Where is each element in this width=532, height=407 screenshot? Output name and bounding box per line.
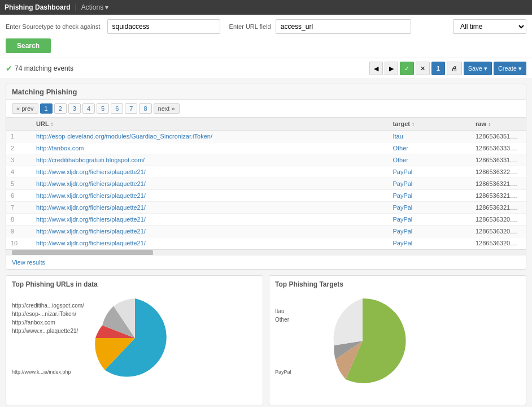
row-num: 2 xyxy=(6,142,32,154)
row-raw: 1286536321.103 3806 192.168.0.68 TCP_MIS… xyxy=(471,202,526,214)
row-url[interactable]: http://www.xljdr.org/fichiers/plaquette2… xyxy=(32,166,388,178)
row-target[interactable]: PayPal xyxy=(388,214,471,226)
page-8-btn[interactable]: 8 xyxy=(139,103,151,114)
row-num: 3 xyxy=(6,154,32,166)
chart2-title: Top Phishing Targets xyxy=(275,280,520,288)
legend-item-4: http://www.x...plaquette21/ xyxy=(12,327,84,335)
table-row: 3 http://creditihabbogratuiti.blogspot.c… xyxy=(6,154,526,166)
row-target[interactable]: PayPal xyxy=(388,202,471,214)
matching-count-area: ✔ 74 matching events xyxy=(6,64,73,73)
prev-button[interactable]: ◀ xyxy=(369,62,383,75)
page-num-button[interactable]: 1 xyxy=(431,62,445,75)
col-raw[interactable]: raw ↕ xyxy=(471,118,526,131)
toolbar-right: ◀ ▶ ✓ ✕ 1 🖨 Save ▾ Create ▾ xyxy=(369,62,526,75)
table-row: 1 http://esop-cleveland.org/modules/Guar… xyxy=(6,131,526,142)
search-button[interactable]: Search xyxy=(6,38,51,53)
row-url[interactable]: http://www.xljdr.org/fichiers/plaquette2… xyxy=(32,237,388,249)
page-3-btn[interactable]: 3 xyxy=(68,103,81,114)
page-7-btn[interactable]: 7 xyxy=(125,103,137,114)
row-num: 4 xyxy=(6,166,32,178)
view-results-link[interactable]: View results xyxy=(6,255,526,269)
row-url[interactable]: http://esop-cleveland.org/modules/Guardi… xyxy=(32,131,388,142)
check-icon: ✔ xyxy=(6,64,12,73)
app-title: Phishing Dashboard xyxy=(5,3,71,11)
row-num: 1 xyxy=(6,131,32,142)
row-url[interactable]: http://www.xljdr.org/fichiers/plaquette2… xyxy=(32,214,388,226)
row-target[interactable]: PayPal xyxy=(388,237,471,249)
chart1-title: Top Phishing URLs in data xyxy=(12,280,257,288)
chart1-bottom-label: http://www.k...ia/index.php xyxy=(12,369,84,375)
next-button[interactable]: ▶ xyxy=(385,62,398,75)
row-url[interactable]: http://www.xljdr.org/fichiers/plaquette2… xyxy=(32,202,388,214)
cancel-button[interactable]: ✕ xyxy=(416,62,430,75)
row-target[interactable]: PayPal xyxy=(388,226,471,237)
col-target[interactable]: target ↕ xyxy=(388,118,471,131)
print-button[interactable]: 🖨 xyxy=(447,62,462,75)
sourcetype-label: Enter Sourcetype to check against xyxy=(6,23,101,30)
page-5-btn[interactable]: 5 xyxy=(97,103,109,114)
row-url[interactable]: http://www.xljdr.org/fichiers/plaquette2… xyxy=(32,190,388,202)
chart2-panel: Top Phishing Targets Itau Other PayPal xyxy=(269,275,526,405)
chart2-legend: Itau Other PayPal xyxy=(275,307,309,375)
page-4-btn[interactable]: 4 xyxy=(82,103,95,114)
chart2-slice-4 xyxy=(334,298,363,345)
save-button[interactable]: Save ▾ xyxy=(464,62,492,75)
chart1-svg xyxy=(90,293,180,383)
time-range-select[interactable]: All time Last 15 minutes Last 60 minutes… xyxy=(453,19,526,34)
col-num xyxy=(6,118,32,131)
search-bar: Enter Sourcetype to check against Enter … xyxy=(0,15,532,58)
row-raw: 1286536331.040 5 192.168.0.227 TCP_MISS/… xyxy=(471,154,526,166)
row-url[interactable]: http://fanbox.com xyxy=(32,142,388,154)
table-row: 8 http://www.xljdr.org/fichiers/plaquett… xyxy=(6,214,526,226)
row-raw: 1286536322.767 3878 192.168.0.68 TCP_MIS… xyxy=(471,166,526,178)
page-2-btn[interactable]: 2 xyxy=(54,103,67,114)
row-num: 9 xyxy=(6,226,32,237)
header-divider: | xyxy=(75,3,77,11)
scrollbar-thumb[interactable] xyxy=(12,250,153,255)
url-label: Enter URL field xyxy=(229,23,271,30)
horizontal-scrollbar[interactable] xyxy=(6,249,526,255)
chart1-panel: Top Phishing URLs in data http://crediti… xyxy=(6,275,263,405)
legend-target-1: Itau xyxy=(275,307,309,315)
next-page-btn[interactable]: next » xyxy=(154,103,180,114)
table-row: 2 http://fanbox.com Other 1286536333.436… xyxy=(6,142,526,154)
row-target[interactable]: Other xyxy=(388,154,471,166)
bottom-panels: Top Phishing URLs in data http://crediti… xyxy=(6,275,526,405)
legend-item-1: http://creditiha...iogspot.com/ xyxy=(12,301,84,310)
table-row: 5 http://www.xljdr.org/fichiers/plaquett… xyxy=(6,178,526,190)
chart2-legend-list: Itau Other xyxy=(275,307,309,324)
table-row: 10 http://www.xljdr.org/fichiers/plaquet… xyxy=(6,237,526,249)
panel-title: Matching Phishing xyxy=(6,84,526,100)
page-6-btn[interactable]: 6 xyxy=(111,103,123,114)
row-raw: 1286536320.822 733 192.168.0.68 TCP_MISS… xyxy=(471,214,526,226)
row-target[interactable]: PayPal xyxy=(388,178,471,190)
prev-page-btn[interactable]: « prev xyxy=(12,103,38,114)
table-row: 9 http://www.xljdr.org/fichiers/plaquett… xyxy=(6,226,526,237)
row-num: 7 xyxy=(6,202,32,214)
create-button[interactable]: Create ▾ xyxy=(494,62,526,75)
row-url[interactable]: http://www.xljdr.org/fichiers/plaquette2… xyxy=(32,226,388,237)
table-scroll-area[interactable]: URL ↕ target ↕ raw ↕ 1 http://esop-cleve… xyxy=(6,117,526,249)
row-raw: 1286536321.383 3850 192.168.0.68 TCP_MIS… xyxy=(471,190,526,202)
row-target[interactable]: Itau xyxy=(388,131,471,142)
row-target[interactable]: PayPal xyxy=(388,166,471,178)
pagination: « prev 1 2 3 4 5 6 7 8 next » xyxy=(6,100,526,117)
url-input[interactable] xyxy=(276,19,411,34)
row-num: 5 xyxy=(6,178,32,190)
chart1-container: http://creditiha...iogspot.com/ http://e… xyxy=(12,293,257,383)
row-target[interactable]: Other xyxy=(388,142,471,154)
actions-button[interactable]: Actions ▾ xyxy=(81,3,109,11)
legend-item-2: http://esop-...nizar.iToken/ xyxy=(12,310,84,318)
chart2-svg xyxy=(315,293,411,389)
col-url[interactable]: URL ↕ xyxy=(32,118,388,131)
chart2-container: Itau Other PayPal xyxy=(275,293,520,389)
confirm-button[interactable]: ✓ xyxy=(400,62,414,75)
sourcetype-input[interactable] xyxy=(107,19,220,34)
row-raw: 1286536351.746 41762 192.168.0.227 TCP_M… xyxy=(471,131,526,142)
page-1-btn[interactable]: 1 xyxy=(40,103,53,114)
row-url[interactable]: http://creditihabbogratuiti.blogspot.com… xyxy=(32,154,388,166)
row-target[interactable]: PayPal xyxy=(388,190,471,202)
legend-item-3: http://fanbox.com xyxy=(12,318,84,327)
row-url[interactable]: http://www.xljdr.org/fichiers/plaquette2… xyxy=(32,178,388,190)
chart1-legend: http://creditiha...iogspot.com/ http://e… xyxy=(12,301,84,375)
